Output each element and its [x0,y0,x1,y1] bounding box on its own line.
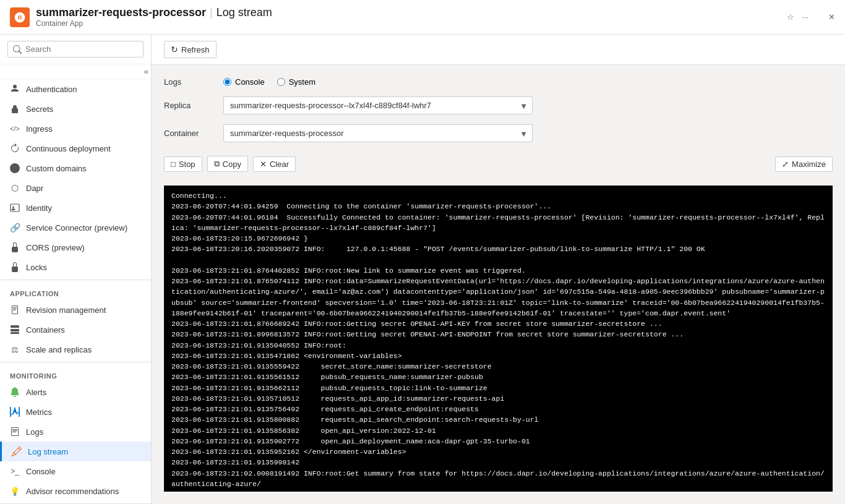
sidebar-item-revision-management[interactable]: Revision management [0,300,151,320]
logs-icon [10,427,20,437]
refresh-button[interactable]: ↻ Refresh [164,41,217,58]
main-layout: « Authentication Secrets </> Ingress Con… [0,35,845,504]
metrics-icon [10,407,20,417]
sidebar-item-identity[interactable]: Identity [0,198,151,218]
sidebar-item-continuous-deployment[interactable]: Continuous deployment [0,139,151,158]
sidebar-item-alerts[interactable]: Alerts [0,382,151,402]
sidebar-item-log-stream[interactable]: Log stream [0,442,151,461]
sidebar-item-advisor-recommendations[interactable]: 💡 Advisor recommendations [0,481,151,501]
sidebar-collapse-button[interactable]: « [0,64,151,79]
authentication-label: Authentication [26,85,77,94]
replica-field-label: Replica [164,101,213,110]
service-connector-label: Service Connector (preview) [26,223,127,233]
container-dropdown[interactable]: summarizer-requests-processor [223,124,533,142]
sidebar-item-ingress[interactable]: </> Ingress [0,119,151,139]
logs-label: Logs [26,427,43,437]
logs-field-row: Logs Console System [164,77,833,87]
dapr-icon: ⬡ [10,183,20,193]
identity-label: Identity [26,203,52,213]
custom-domains-label: Custom domains [26,164,87,173]
scale-icon: ⚖ [10,344,20,354]
identity-icon [10,203,20,213]
secrets-label: Secrets [26,105,53,114]
alerts-icon [10,387,20,397]
svg-rect-0 [12,108,18,113]
sidebar-item-logs[interactable]: Logs [0,422,151,442]
stop-button[interactable]: □ Stop [164,156,202,172]
sidebar-item-console[interactable]: >_ Console [0,461,151,481]
sidebar-item-metrics[interactable]: Metrics [0,402,151,422]
sidebar-item-authentication[interactable]: Authentication [0,79,151,99]
console-radio-label[interactable]: Console [223,77,265,87]
system-radio[interactable] [277,78,285,86]
sidebar-item-locks[interactable]: Locks [0,257,151,277]
sidebar-item-scale-and-replicas[interactable]: ⚖ Scale and replicas [0,340,151,359]
logs-radio-group: Console System [223,77,315,87]
continuous-deployment-label: Continuous deployment [26,144,111,153]
continuous-deployment-icon [10,143,20,153]
copy-icon: ⧉ [214,159,220,169]
svg-rect-1 [11,204,19,211]
copy-label: Copy [223,160,241,169]
maximize-button[interactable]: ⤢ Maximize [775,156,833,172]
more-icon[interactable]: ··· [802,12,809,22]
log-stream-label: Log stream [28,447,68,456]
title-separator: | [210,6,213,19]
sidebar: « Authentication Secrets </> Ingress Con… [0,35,152,504]
revision-management-icon [10,305,20,315]
scale-and-replicas-label: Scale and replicas [26,345,92,354]
title-bar: summarizer-requests-processor | Log stre… [0,0,845,35]
console-radio[interactable] [223,78,231,86]
favorite-icon[interactable]: ☆ [787,12,794,22]
sidebar-item-dapr[interactable]: ⬡ Dapr [0,178,151,198]
advisor-recommendations-label: Advisor recommendations [26,487,119,496]
maximize-icon: ⤢ [782,160,789,169]
app-subtitle: Container App [36,19,272,28]
main-toolbar: ↻ Refresh [152,35,845,65]
custom-domains-icon [10,163,20,173]
system-option-text: System [289,77,315,87]
app-name: summarizer-requests-processor [36,6,206,19]
maximize-label: Maximize [792,160,826,169]
sidebar-item-custom-domains[interactable]: Custom domains [0,158,151,178]
monitoring-section: Monitoring [0,365,151,382]
clear-label: Clear [270,160,289,169]
containers-icon [10,325,20,335]
app-icon [10,7,30,27]
advisor-icon: 💡 [10,486,20,496]
console-icon: >_ [10,466,20,476]
dapr-label: Dapr [26,184,43,193]
cors-icon [10,242,20,252]
stop-label: Stop [179,160,195,169]
search-input[interactable] [7,41,144,58]
sidebar-item-containers[interactable]: Containers [0,320,151,340]
system-radio-label[interactable]: System [277,77,315,87]
refresh-icon: ↻ [171,45,178,54]
close-icon[interactable]: ✕ [828,12,835,22]
clear-icon: ✕ [260,160,267,169]
copy-button[interactable]: ⧉ Copy [207,156,248,172]
metrics-label: Metrics [26,408,52,417]
sidebar-item-secrets[interactable]: Secrets [0,99,151,119]
container-field-row: Container summarizer-requests-processor … [164,124,833,142]
clear-button[interactable]: ✕ Clear [253,156,296,172]
alerts-label: Alerts [26,388,46,397]
log-toolbar: □ Stop ⧉ Copy ✕ Clear ⤢ Maximize [164,152,833,176]
replica-dropdown[interactable]: summarizer-requests-processor--lx7xl4f-c… [223,96,533,114]
secrets-icon [10,104,20,114]
sidebar-item-cors[interactable]: CORS (preview) [0,237,151,257]
svg-point-2 [12,207,14,208]
page-name: Log stream [217,6,272,19]
log-stream-icon [12,446,22,456]
containers-label: Containers [26,325,65,335]
log-area[interactable]: Connecting... 2023-06-20T07:44:01.94259 … [164,186,833,492]
log-stream-content: Logs Console System Replica [152,65,845,504]
application-section: Application [0,283,151,300]
logs-field-label: Logs [164,77,213,87]
refresh-label: Refresh [181,45,210,54]
console-label: Console [26,467,56,476]
ingress-label: Ingress [26,124,53,134]
authentication-icon [10,84,20,94]
stop-icon: □ [171,160,176,169]
sidebar-item-service-connector[interactable]: 🔗 Service Connector (preview) [0,218,151,237]
